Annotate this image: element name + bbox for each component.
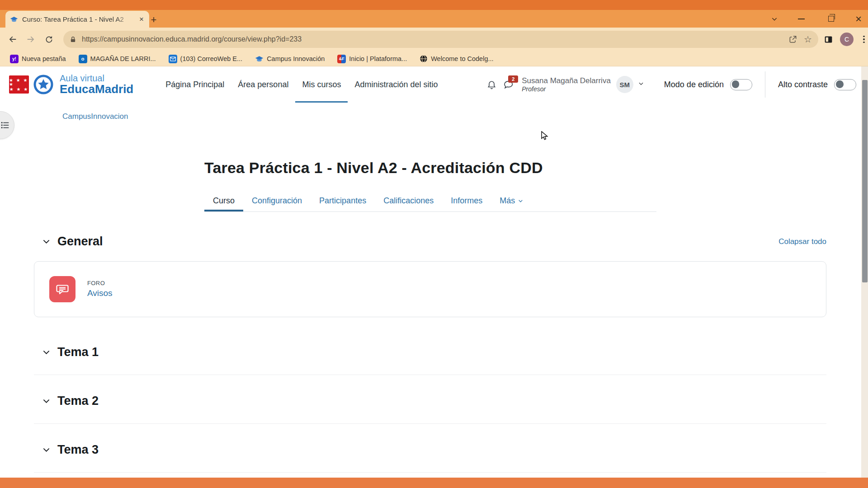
madrid-flag-icon: ★ ★ ★ ★★ ★ ★	[9, 75, 29, 94]
browser-profile-avatar[interactable]: C	[840, 33, 854, 46]
page-title: Tarea Práctica 1 - Nivel A2 - Acreditaci…	[204, 159, 656, 177]
collapse-all-link[interactable]: Colapsar todo	[778, 237, 826, 246]
share-icon[interactable]	[788, 35, 797, 44]
window-minimize-button[interactable]	[792, 10, 810, 28]
tab-curso[interactable]: Curso	[204, 189, 243, 211]
section-tema-1: Tema 1	[34, 345, 826, 375]
tab-title: Curso: Tarea Práctica 1 - Nivel A2	[22, 15, 134, 23]
bookmark-label: Welcome to Codelg...	[431, 55, 493, 62]
outlook-icon: o	[79, 55, 87, 63]
reload-button[interactable]	[40, 30, 58, 48]
breadcrumb-link[interactable]: CampusInnovacion	[62, 112, 128, 121]
footer-bar	[0, 478, 868, 488]
notifications-bell-icon[interactable]	[483, 76, 500, 93]
section-divider	[34, 423, 826, 424]
section-collapse-chevron-icon[interactable]	[42, 237, 51, 246]
section-title: General	[57, 235, 103, 249]
new-tab-button[interactable]: +	[147, 14, 160, 26]
bookmark-item[interactable]: (103) CorreoWeb E...	[169, 55, 243, 63]
bookmark-label: Campus Innovación	[267, 55, 325, 62]
high-contrast-label: Alto contraste	[778, 80, 828, 89]
tab-participantes[interactable]: Participantes	[311, 189, 375, 211]
user-avatar[interactable]: SM	[616, 76, 633, 93]
educamadrid-logo[interactable]: ★ ★ ★ ★★ ★ ★ Aula virtual EducaMadrid	[9, 66, 133, 103]
bookmark-label: Inicio | Plataforma...	[349, 55, 407, 62]
course-page: CampusInnovacion Tarea Práctica 1 - Nive…	[0, 103, 868, 473]
educamadrid-star-icon	[33, 74, 54, 95]
section-divider	[34, 375, 826, 375]
browser-window: Curso: Tarea Práctica 1 - Nivel A2 × + ×…	[0, 0, 868, 488]
nav-pagina-principal[interactable]: Página Principal	[159, 66, 231, 103]
high-contrast-toggle[interactable]	[834, 79, 856, 90]
activity-card-avisos: FORO Avisos	[34, 261, 826, 317]
tab-close-icon[interactable]: ×	[138, 15, 145, 23]
section-general-header: General Colapsar todo	[34, 235, 826, 249]
section-collapse-chevron-icon[interactable]	[42, 397, 51, 405]
user-role: Profesor	[522, 85, 611, 93]
nav-mis-cursos[interactable]: Mis cursos	[295, 66, 348, 103]
tab-informes[interactable]: Informes	[442, 189, 491, 211]
edit-mode-toggle[interactable]	[730, 79, 752, 90]
bookmark-star-icon[interactable]: ☆	[804, 34, 812, 45]
bookmark-item[interactable]: o MAGAÑA DE LARRI...	[79, 55, 156, 63]
side-panel-icon[interactable]	[824, 35, 833, 44]
window-close-button[interactable]: ×	[849, 10, 868, 28]
user-info: Susana Magaña Delarriva Profesor	[522, 76, 611, 93]
mail-icon	[169, 55, 177, 63]
page-scrollbar	[861, 66, 868, 478]
tab-search-icon[interactable]	[767, 10, 782, 28]
course-tabs: Curso Configuración Participantes Califi…	[204, 189, 656, 212]
tab-mas[interactable]: Más	[491, 189, 532, 211]
bookmark-item[interactable]: Welcome to Codelg...	[420, 55, 493, 63]
bookmark-label: (103) CorreoWeb E...	[180, 55, 243, 62]
bookmark-item[interactable]: Campus Innovación	[255, 55, 325, 63]
forum-icon	[49, 276, 75, 302]
section-title: Tema 1	[57, 345, 99, 359]
section-title: Tema 2	[57, 394, 99, 408]
browser-titlebar: Curso: Tarea Práctica 1 - Nivel A2 × + ×	[0, 0, 868, 28]
bookmarks-bar: y! Nueva pestaña o MAGAÑA DE LARRI... (1…	[0, 51, 868, 66]
url-text: https://campusinnovacion.educa.madrid.or…	[82, 35, 783, 43]
activity-type-label: FORO	[87, 279, 113, 287]
moodle-favicon-icon	[10, 15, 18, 23]
section-tema-3: Tema 3	[34, 443, 826, 473]
section-title: Tema 3	[57, 443, 99, 457]
section-collapse-chevron-icon[interactable]	[42, 348, 51, 357]
tab-configuracion[interactable]: Configuración	[243, 189, 311, 211]
browser-tab[interactable]: Curso: Tarea Práctica 1 - Nivel A2 ×	[5, 11, 149, 28]
back-button[interactable]	[4, 30, 22, 48]
bookmark-label: Nueva pestaña	[22, 55, 66, 62]
andf-icon: &F	[337, 55, 346, 63]
user-name: Susana Magaña Delarriva	[522, 76, 611, 85]
padlock-icon[interactable]	[70, 36, 76, 43]
messages-badge: 2	[508, 75, 518, 83]
scrollbar-thumb[interactable]	[862, 80, 868, 282]
messages-icon[interactable]: 2	[500, 76, 517, 93]
nav-area-personal[interactable]: Área personal	[231, 66, 295, 103]
section-collapse-chevron-icon[interactable]	[42, 446, 51, 454]
tab-calificaciones[interactable]: Calificaciones	[375, 189, 442, 211]
breadcrumb: CampusInnovacion	[34, 103, 826, 130]
list-icon	[0, 120, 10, 130]
browser-menu-icon[interactable]	[860, 36, 868, 43]
activity-link-avisos[interactable]: Avisos	[87, 287, 113, 299]
site-header: ★ ★ ★ ★★ ★ ★ Aula virtual EducaMadrid Pá…	[0, 66, 868, 103]
section-divider	[34, 472, 826, 473]
section-tema-2: Tema 2	[34, 394, 826, 424]
forward-button[interactable]	[22, 30, 40, 48]
primary-navigation: Página Principal Área personal Mis curso…	[159, 66, 444, 103]
moodle-icon	[255, 55, 264, 63]
edit-mode-label: Modo de edición	[664, 80, 724, 89]
url-bar[interactable]: https://campusinnovacion.educa.madrid.or…	[63, 31, 818, 48]
bookmark-item[interactable]: &F Inicio | Plataforma...	[337, 55, 407, 63]
logo-title: EducaMadrid	[60, 83, 133, 95]
bookmark-item[interactable]: y! Nueva pestaña	[10, 55, 66, 63]
chevron-down-icon	[518, 198, 524, 204]
yahoo-icon: y!	[10, 55, 19, 63]
nav-administracion[interactable]: Administración del sitio	[348, 66, 444, 103]
user-menu-chevron-icon[interactable]	[638, 80, 644, 89]
logo-tagline: Aula virtual	[60, 74, 133, 83]
bookmark-label: MAGAÑA DE LARRI...	[90, 55, 156, 62]
browser-toolbar: https://campusinnovacion.educa.madrid.or…	[0, 28, 868, 51]
window-restore-button[interactable]	[822, 10, 840, 28]
